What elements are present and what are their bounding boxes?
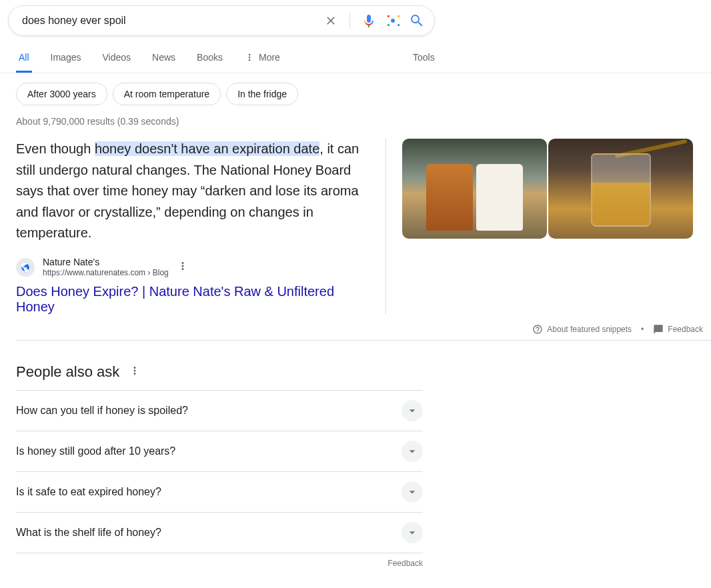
dot-separator: • bbox=[641, 325, 644, 334]
favicon bbox=[16, 258, 35, 277]
search-bar[interactable] bbox=[8, 5, 435, 36]
search-icon[interactable] bbox=[409, 13, 425, 29]
search-input[interactable] bbox=[18, 15, 323, 27]
source-url: https://www.naturenates.com › Blog bbox=[43, 268, 169, 279]
paa-title: People also ask bbox=[16, 363, 119, 381]
tab-news[interactable]: News bbox=[149, 44, 178, 73]
clear-icon[interactable] bbox=[323, 13, 339, 29]
tab-videos[interactable]: Videos bbox=[99, 44, 133, 73]
chevron-down-icon bbox=[402, 481, 423, 503]
chevron-down-icon bbox=[402, 441, 423, 462]
snippet-text: Even though honey doesn't have an expira… bbox=[16, 139, 372, 244]
tabs-row: All Images Videos News Books More Tools bbox=[0, 36, 711, 73]
lens-icon[interactable] bbox=[385, 13, 401, 29]
paa-question[interactable]: Is it safe to eat expired honey? bbox=[16, 471, 423, 512]
paa-question[interactable]: What is the shelf life of honey? bbox=[16, 512, 423, 553]
chevron-down-icon bbox=[402, 400, 423, 421]
chip-after-3000-years[interactable]: After 3000 years bbox=[16, 83, 107, 105]
snippet-highlight: honey doesn't have an expiration date bbox=[95, 141, 319, 156]
featured-image-2[interactable] bbox=[548, 139, 693, 239]
featured-footer: About featured snippets • Feedback bbox=[16, 315, 711, 341]
divider bbox=[349, 13, 350, 29]
mic-icon[interactable] bbox=[361, 13, 377, 29]
tab-more[interactable]: More bbox=[241, 44, 283, 73]
source-name: Nature Nate's bbox=[43, 256, 169, 268]
paa-feedback[interactable]: Feedback bbox=[16, 553, 423, 568]
refinement-chips: After 3000 years At room temperature In … bbox=[0, 73, 711, 105]
about-featured-snippets[interactable]: About featured snippets bbox=[532, 324, 632, 335]
tab-all[interactable]: All bbox=[16, 44, 32, 73]
paa-question[interactable]: How can you tell if honey is spoiled? bbox=[16, 390, 423, 431]
videos-section: Videos DID YOU KNOW? Honey ⛶ 0:14 Does H… bbox=[0, 568, 423, 588]
people-also-ask: People also ask How can you tell if hone… bbox=[0, 341, 423, 568]
tab-books[interactable]: Books bbox=[194, 44, 225, 73]
tab-images[interactable]: Images bbox=[48, 44, 84, 73]
featured-snippet: Even though honey doesn't have an expira… bbox=[0, 127, 711, 315]
featured-image-1[interactable] bbox=[402, 139, 547, 239]
kebab-icon[interactable] bbox=[129, 365, 141, 379]
chip-room-temperature[interactable]: At room temperature bbox=[113, 83, 221, 105]
chevron-down-icon bbox=[402, 522, 423, 543]
paa-question[interactable]: Is honey still good after 10 years? bbox=[16, 431, 423, 471]
kebab-icon[interactable] bbox=[177, 260, 189, 275]
chip-in-the-fridge[interactable]: In the fridge bbox=[226, 83, 298, 105]
feedback-link[interactable]: Feedback bbox=[653, 324, 703, 335]
svg-point-0 bbox=[391, 19, 395, 23]
result-stats: About 9,790,000 results (0.39 seconds) bbox=[0, 105, 711, 127]
result-title-link[interactable]: Does Honey Expire? | Nature Nate's Raw &… bbox=[16, 279, 372, 315]
tools-button[interactable]: Tools bbox=[410, 44, 438, 71]
